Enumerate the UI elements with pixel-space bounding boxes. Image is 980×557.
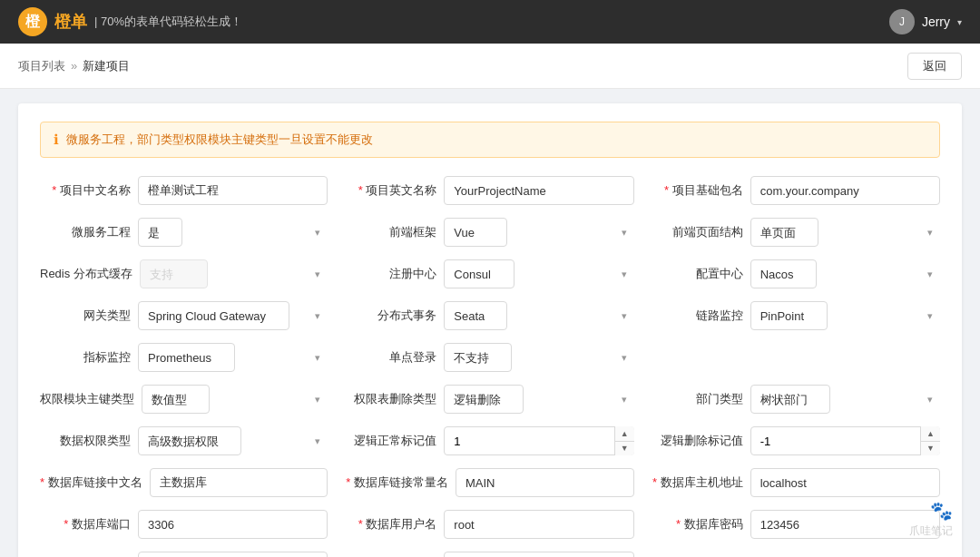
form-label-microservice: 微服务工程 [40,224,131,240]
form-label-data-permission-type: 数据权限类型 [40,433,131,449]
department-type-select[interactable]: 树状部门平铺部门 [750,385,830,414]
form-grid: * 项目中文名称* 项目英文名称* 项目基础包名微服务工程是否前端框架VueRe… [40,176,940,557]
frontend-framework-select-wrapper: VueReact [444,218,633,247]
db-port-input[interactable] [138,510,328,539]
db-host-input[interactable] [750,468,940,497]
frontend-structure-select-wrapper: 单页面多页面 [750,218,940,247]
form-label-distributed-transaction: 分布式事务 [346,308,436,324]
form-item-project-base-package: * 项目基础包名 [652,176,940,205]
permission-delete-type-select-wrapper: 逻辑删除物理删除 [444,385,633,414]
distributed-transaction-select[interactable]: SeataLCN [444,301,507,330]
form-label-metrics: 指标监控 [40,349,131,366]
form-item-microservice: 微服务工程是否 [40,218,328,247]
form-item-db-username: * 数据库用户名 [346,510,633,539]
logic-normal-value-spinner-buttons: ▲▼ [614,426,634,455]
metrics-select-wrapper: PrometheusMicrometer [138,343,328,372]
project-chinese-name-input[interactable] [138,176,328,205]
form-label-tracing: 链路监控 [652,308,743,324]
form-item-sso: 单点登录不支持支持 [346,343,633,372]
form-item-project-chinese-name: * 项目中文名称 [40,176,328,205]
form-label-logic-normal-value: 逻辑正常标记值 [346,433,436,449]
form-label-frontend-structure: 前端页面结构 [652,224,743,240]
microservice-select-wrapper: 是否 [138,218,328,247]
registry-center-select[interactable]: ConsulNacosEureka [444,259,514,288]
distributed-transaction-select-wrapper: SeataLCN [444,301,633,330]
form-item-tracing: 链路监控PinPointZipkin [652,301,940,330]
redis-cache-select[interactable]: 支持不支持 [140,259,208,288]
project-base-package-input[interactable] [750,176,940,205]
user-menu[interactable]: J Jerry ▾ [889,9,962,34]
logo: 橙 橙单 | 70%的表单代码轻松生成！ [18,7,242,36]
notice-text: 微服务工程，部门类型权限模块主键类型一旦设置不能更改 [66,132,373,148]
form-item-logic-normal-value: 逻辑正常标记值▲▼ [346,426,633,455]
logic-normal-value-spinner-up[interactable]: ▲ [615,426,634,442]
permission-pk-type-select-wrapper: 数值型字符型 [142,385,328,414]
form-label-frontend-framework: 前端框架 [346,224,436,240]
project-english-name-input[interactable] [444,176,633,205]
form-item-db-password: * 数据库密码 [652,510,940,539]
form-item-db-host: * 数据库主机地址 [652,468,940,497]
data-permission-type-select[interactable]: 高级数据权限基础数据权限 [138,426,241,455]
form-item-config-center: 配置中心NacosApollo [652,259,940,288]
form-label-project-chinese-name: * 项目中文名称 [40,182,131,199]
form-item-data-permission-type: 数据权限类型高级数据权限基础数据权限 [40,426,328,455]
logic-delete-value-spinner-input[interactable] [750,426,940,455]
table-prefix-input[interactable] [444,552,633,557]
notice-bar: ℹ 微服务工程，部门类型权限模块主键类型一旦设置不能更改 [40,122,940,158]
tracing-select[interactable]: PinPointZipkin [750,301,828,330]
form-item-metrics: 指标监控PrometheusMicrometer [40,343,328,372]
db-name-cn-input[interactable] [150,468,328,497]
form-item-empty [652,552,940,557]
data-permission-type-select-wrapper: 高级数据权限基础数据权限 [138,426,328,455]
frontend-framework-select[interactable]: VueReact [444,218,507,247]
logic-delete-value-spinner-down[interactable]: ▼ [921,442,940,456]
form-label-registry-center: 注册中心 [346,266,436,282]
db-password-input[interactable] [750,510,940,539]
logo-circle: 橙 [18,7,47,36]
logic-normal-value-spinner-input[interactable] [444,426,633,455]
db-username-input[interactable] [444,510,633,539]
frontend-structure-select[interactable]: 单页面多页面 [750,218,818,247]
breadcrumb-separator: » [71,59,77,73]
breadcrumb: 项目列表 » 新建项目 [18,58,130,74]
gateway-type-select[interactable]: Spring Cloud GatewayZuul [138,301,289,330]
logic-normal-value-spinner-wrapper: ▲▼ [444,426,633,455]
logic-delete-value-spinner-buttons: ▲▼ [920,426,940,455]
form-item-redis-cache: Redis 分布式缓存支持不支持 [40,259,328,288]
form-item-permission-delete-type: 权限表删除类型逻辑删除物理删除 [346,385,633,414]
form-item-table-prefix: 数据表前缀 [346,552,633,557]
user-chevron-icon: ▾ [957,17,962,27]
form-item-db-port: * 数据库端口 [40,510,328,539]
db-schema-input[interactable] [138,552,328,557]
header: 橙 橙单 | 70%的表单代码轻松生成！ J Jerry ▾ [0,0,980,44]
form-label-db-port: * 数据库端口 [40,516,131,533]
logic-delete-value-spinner-up[interactable]: ▲ [921,426,940,442]
permission-pk-type-select[interactable]: 数值型字符型 [142,385,210,414]
logic-normal-value-spinner-down[interactable]: ▼ [615,442,634,456]
form-label-db-constant-name: * 数据库链接常量名 [346,474,448,491]
username: Jerry [922,15,950,29]
form-item-frontend-structure: 前端页面结构单页面多页面 [652,218,940,247]
breadcrumb-current: 新建项目 [83,58,130,74]
tracing-select-wrapper: PinPointZipkin [750,301,940,330]
breadcrumb-parent[interactable]: 项目列表 [18,58,65,74]
form-item-db-name-cn: * 数据库链接中文名 [40,468,328,497]
metrics-select[interactable]: PrometheusMicrometer [138,343,235,372]
permission-delete-type-select[interactable]: 逻辑删除物理删除 [444,385,524,414]
microservice-select[interactable]: 是否 [138,218,182,247]
logo-text: 橙单 [54,11,87,33]
config-center-select[interactable]: NacosApollo [750,259,817,288]
form-label-redis-cache: Redis 分布式缓存 [40,266,132,282]
form-label-gateway-type: 网关类型 [40,308,131,324]
back-button[interactable]: 返回 [907,53,962,80]
form-label-permission-delete-type: 权限表删除类型 [346,391,436,407]
header-slogan: | 70%的表单代码轻松生成！ [94,14,242,30]
notice-icon: ℹ [54,132,59,148]
db-constant-name-input[interactable] [456,468,634,497]
form-label-department-type: 部门类型 [652,391,743,407]
form-item-db-constant-name: * 数据库链接常量名 [346,468,633,497]
sso-select[interactable]: 不支持支持 [444,343,512,372]
sso-select-wrapper: 不支持支持 [444,343,633,372]
form-label-project-base-package: * 项目基础包名 [652,182,743,199]
form-label-db-username: * 数据库用户名 [346,516,436,533]
